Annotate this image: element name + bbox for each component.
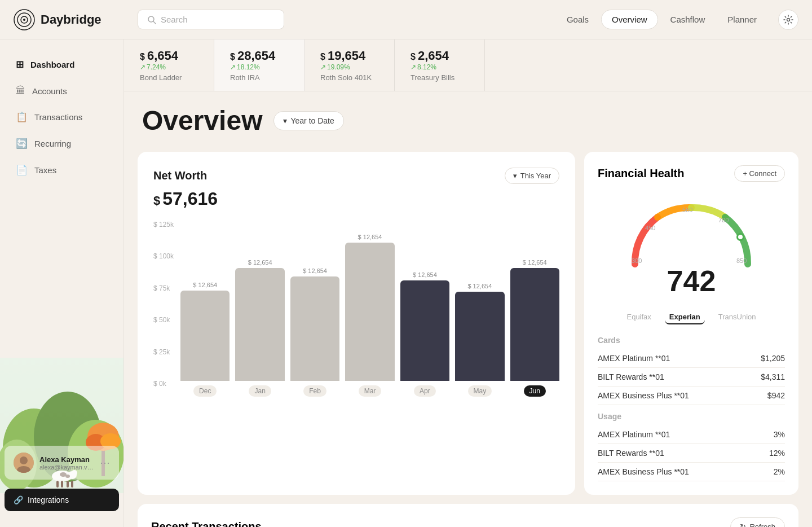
integrations-button[interactable]: 🔗 Integrations <box>5 489 119 511</box>
usage-section-label: Usage <box>598 412 785 421</box>
account-bond-ladder[interactable]: $ 6,654 ↗7.24% Bond Ladder <box>124 39 214 91</box>
user-email: alexa@kayman.ventures <box>39 464 94 471</box>
connect-label: + Connect <box>743 169 776 178</box>
search-icon <box>147 15 156 24</box>
gauge-container: 300 450 580 700 850 742 <box>598 191 785 306</box>
credit-score: 742 <box>667 264 716 298</box>
account-strip: $ 6,654 ↗7.24% Bond Ladder $ 28,654 ↗18.… <box>124 39 812 91</box>
financial-health-header: Financial Health + Connect <box>598 165 785 182</box>
svg-text:580: 580 <box>682 207 692 213</box>
bureau-experian[interactable]: Experian <box>665 310 705 324</box>
account-name-1: Roth IRA <box>230 73 288 82</box>
account-treasury[interactable]: $ 2,654 ↗8.12% Treasury Bills <box>395 39 485 91</box>
svg-text:700: 700 <box>718 217 729 223</box>
bar-apr[interactable]: $ 12,654 Apr <box>400 271 449 397</box>
y-label-25k: $ 25k <box>153 348 174 356</box>
sidebar: ⊞ Dashboard 🏛 Accounts 📋 Transactions 🔄 … <box>0 39 124 527</box>
svg-text:450: 450 <box>645 225 655 231</box>
y-label-125k: $ 125k <box>153 221 174 229</box>
avatar <box>14 453 34 473</box>
account-change-0: ↗7.24% <box>140 63 198 71</box>
gear-icon <box>783 15 793 25</box>
search-bar[interactable]: Search <box>138 10 284 29</box>
nav-goals[interactable]: Goals <box>557 10 599 29</box>
svg-rect-17 <box>67 481 69 488</box>
account-amount-3: $ 2,654 <box>411 49 469 63</box>
account-roth-solo[interactable]: $ 19,654 ↗19.09% Roth Solo 401K <box>304 39 395 91</box>
chevron-down-icon-nw: ▾ <box>513 172 517 180</box>
sidebar-item-dashboard[interactable]: ⊞ Dashboard <box>5 52 119 77</box>
account-amount-0: $ 6,654 <box>140 49 198 63</box>
y-label-50k: $ 50k <box>153 316 174 324</box>
main-layout: ⊞ Dashboard 🏛 Accounts 📋 Transactions 🔄 … <box>0 39 812 527</box>
account-change-2: ↗19.09% <box>320 63 378 71</box>
dashboard-icon: ⊞ <box>16 59 24 71</box>
integrations-icon: 🔗 <box>14 495 23 504</box>
sidebar-label-accounts: Accounts <box>32 86 67 96</box>
account-name-2: Roth Solo 401K <box>320 73 378 82</box>
bar-feb[interactable]: $ 12,654 Feb <box>290 267 339 397</box>
bar-jan[interactable]: $ 12,654 Jan <box>235 259 284 397</box>
account-change-3: ↗8.12% <box>411 63 469 71</box>
nav-planner[interactable]: Planner <box>717 10 767 29</box>
this-year-button[interactable]: ▾ This Year <box>505 168 559 184</box>
net-worth-card: Net Worth ▾ This Year $ 57,616 $ 125k $ … <box>138 152 575 495</box>
bureau-transunion[interactable]: TransUnion <box>714 310 761 324</box>
account-name-3: Treasury Bills <box>411 73 469 82</box>
page-title: Overview <box>142 105 262 136</box>
net-worth-header: Net Worth ▾ This Year <box>153 168 559 184</box>
integrations-label: Integrations <box>28 495 69 504</box>
y-label-0k: $ 0k <box>153 380 174 388</box>
sidebar-label-recurring: Recurring <box>34 139 71 148</box>
svg-text:300: 300 <box>632 257 642 264</box>
recent-transactions-section: Recent Transactions ↻ Refresh <box>138 504 798 527</box>
sidebar-label-taxes: Taxes <box>34 165 56 175</box>
financial-health-title: Financial Health <box>598 167 684 180</box>
user-more-icon[interactable]: ⋯ <box>100 456 110 469</box>
bar-may[interactable]: $ 12,654 May <box>455 283 504 397</box>
sidebar-user[interactable]: Alexa Kayman alexa@kayman.ventures ⋯ <box>5 446 119 480</box>
sidebar-item-recurring[interactable]: 🔄 Recurring <box>5 131 119 156</box>
account-amount-2: $ 19,654 <box>320 49 378 63</box>
bureau-equifax[interactable]: Equifax <box>622 310 655 324</box>
net-worth-title: Net Worth <box>153 169 207 182</box>
credit-score-gauge: 300 450 580 700 850 <box>624 196 759 270</box>
usage-row-amex-business: AMEX Business Plus **01 2% <box>598 463 785 481</box>
taxes-icon: 📄 <box>16 164 28 176</box>
svg-point-29 <box>738 235 743 239</box>
nav-cashflow[interactable]: Cashflow <box>660 10 716 29</box>
recent-transactions-title: Recent Transactions <box>151 520 262 527</box>
sidebar-item-taxes[interactable]: 📄 Taxes <box>5 157 119 183</box>
chevron-down-icon: ▾ <box>283 116 287 125</box>
period-selector[interactable]: ▾ Year to Date <box>273 111 343 130</box>
overview-header: Overview ▾ Year to Date <box>124 91 812 143</box>
bar-jun[interactable]: $ 12,654 Jun <box>510 259 559 397</box>
financial-health-card: Financial Health + Connect <box>584 152 798 495</box>
svg-rect-16 <box>61 481 63 488</box>
period-label: Year to Date <box>290 116 334 125</box>
nav-overview[interactable]: Overview <box>601 10 658 29</box>
bar-mar[interactable]: $ 12,654 Mar <box>345 234 394 397</box>
settings-button[interactable] <box>778 10 798 30</box>
account-change-1: ↗18.12% <box>230 63 288 71</box>
bar-dec[interactable]: $ 12,654 Dec <box>180 282 230 397</box>
y-axis: $ 125k $ 100k $ 75k $ 50k $ 25k $ 0k <box>153 221 180 401</box>
usage-row-amex-platinum: AMEX Platinum **01 3% <box>598 425 785 444</box>
nav-links: Goals Overview Cashflow Planner <box>557 10 767 29</box>
card-row-bilt: BILT Rewards **01 $4,311 <box>598 368 785 387</box>
sidebar-item-accounts[interactable]: 🏛 Accounts <box>5 78 119 103</box>
transactions-icon: 📋 <box>16 111 28 123</box>
main-content: $ 6,654 ↗7.24% Bond Ladder $ 28,654 ↗18.… <box>124 39 812 527</box>
cards-section-label: Cards <box>598 336 785 345</box>
sidebar-item-transactions[interactable]: 📋 Transactions <box>5 104 119 130</box>
svg-line-5 <box>153 21 156 24</box>
refresh-button[interactable]: ↻ Refresh <box>730 517 785 527</box>
recurring-icon: 🔄 <box>16 138 28 150</box>
usage-row-bilt: BILT Rewards **01 12% <box>598 444 785 463</box>
svg-rect-18 <box>71 481 73 488</box>
account-roth-ira[interactable]: $ 28,654 ↗18.12% Roth IRA <box>214 39 304 91</box>
svg-text:850: 850 <box>736 257 747 264</box>
svg-rect-15 <box>56 481 59 488</box>
connect-button[interactable]: + Connect <box>734 165 785 182</box>
this-year-label: This Year <box>520 172 551 180</box>
